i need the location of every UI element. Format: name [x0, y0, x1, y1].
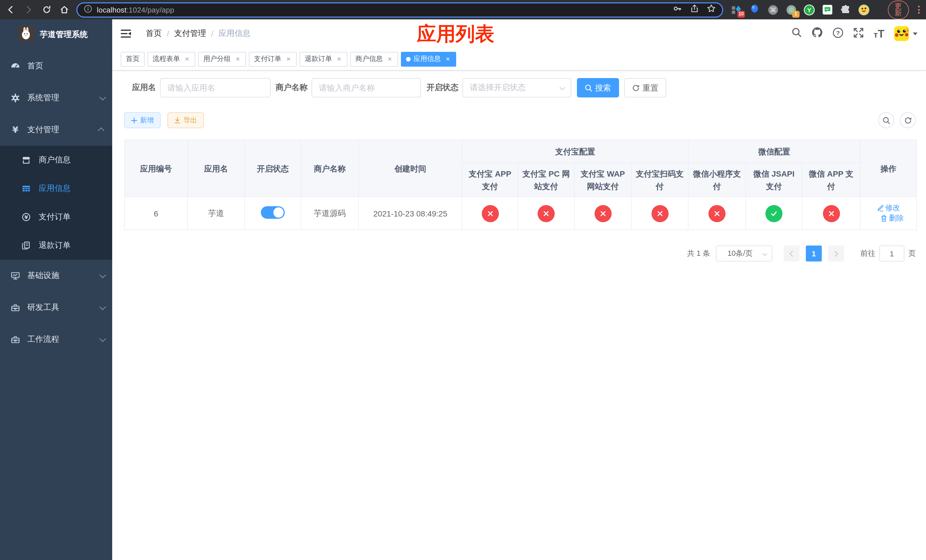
table-toolbar: 新增 导出: [124, 112, 916, 128]
breadcrumb-separator: /: [167, 29, 169, 38]
store-icon: [22, 156, 31, 165]
bookmark-star-icon[interactable]: [707, 4, 716, 15]
github-icon[interactable]: [811, 27, 823, 41]
font-size-icon[interactable]: тT: [874, 28, 884, 39]
sidebar-item-workflow[interactable]: 工作流程: [0, 324, 112, 356]
share-icon[interactable]: [690, 4, 699, 15]
app-logo[interactable]: 芋道管理系统: [0, 20, 112, 50]
edit-link[interactable]: 修改: [877, 203, 900, 213]
user-avatar[interactable]: [894, 26, 917, 41]
status-toggle[interactable]: [261, 206, 285, 219]
search-button[interactable]: 搜索: [577, 78, 619, 97]
close-icon[interactable]: [336, 56, 342, 62]
prev-page-button[interactable]: [784, 245, 800, 262]
url-text[interactable]: localhost:1024/pay/app: [97, 5, 668, 14]
dashboard-icon: [11, 62, 20, 71]
hamburger-icon[interactable]: [121, 29, 131, 38]
menu-label: 基础设施: [27, 271, 59, 281]
chevron-right-icon: [832, 251, 838, 256]
breadcrumb-payment[interactable]: 支付管理: [174, 29, 206, 39]
reset-button[interactable]: 重置: [624, 78, 666, 97]
tab-label: 退款订单: [305, 54, 332, 64]
status-select[interactable]: 请选择开启状态: [462, 78, 571, 97]
sidebar-item-system[interactable]: 系统管理: [0, 82, 112, 114]
extension-puzzle-icon[interactable]: [840, 4, 851, 15]
check-icon: [766, 205, 782, 222]
tab-home[interactable]: 首页: [121, 51, 145, 67]
toolbox-icon: [11, 303, 20, 312]
extension-y-icon[interactable]: Y: [803, 4, 815, 15]
extension-balloon-icon[interactable]: [749, 4, 760, 15]
col-created: 创建时间: [359, 140, 462, 197]
app-table: 应用编号 应用名 开启状态 商户名称 创建时间 支付宝配置 微信配置 操作 支付…: [124, 139, 917, 230]
cell-wechat-jsapi-pay: [746, 197, 802, 230]
chevron-down-icon: [100, 304, 106, 310]
close-icon[interactable]: [183, 56, 190, 62]
toggle-search-button[interactable]: [878, 112, 894, 128]
tab-refund-order[interactable]: 退款订单: [300, 51, 347, 67]
tab-label: 首页: [126, 54, 139, 64]
cell-merchant: 芋道源码: [301, 197, 359, 230]
col-group-wechat: 微信配置: [688, 140, 860, 163]
reload-icon[interactable]: [42, 5, 51, 14]
tab-flow-form[interactable]: 流程表单: [147, 51, 195, 67]
gear-icon: [11, 94, 20, 103]
refresh-table-button[interactable]: [900, 112, 916, 128]
top-navbar: 首页 / 支付管理 / 应用信息 ? тT: [112, 20, 926, 48]
app-name-input[interactable]: [160, 78, 271, 97]
breadcrumb-home[interactable]: 首页: [146, 29, 162, 39]
tab-merchant-info[interactable]: 商户信息: [350, 51, 398, 67]
back-icon[interactable]: [6, 5, 15, 14]
plus-icon: [131, 117, 137, 123]
export-button[interactable]: 导出: [168, 112, 204, 128]
page-size-select[interactable]: 10条/页: [716, 245, 772, 262]
close-icon[interactable]: [234, 56, 241, 62]
close-icon[interactable]: [285, 56, 292, 62]
sidebar-item-dev-tools[interactable]: 研发工具: [0, 292, 112, 324]
tab-user-group[interactable]: 用户分组: [198, 51, 246, 67]
status-label: 开启状态: [427, 83, 458, 93]
extension-chat-icon[interactable]: [822, 4, 833, 15]
sidebar-subitem-pay-order[interactable]: ¥支付订单: [0, 203, 112, 231]
next-page-button[interactable]: [828, 245, 844, 262]
site-info-icon[interactable]: [84, 4, 92, 15]
page-number-1[interactable]: 1: [806, 245, 822, 262]
sidebar-item-payment[interactable]: ¥支付管理: [0, 114, 112, 146]
sidebar-subitem-refund-order[interactable]: 退款订单: [0, 231, 112, 260]
key-icon[interactable]: [673, 4, 682, 15]
fullscreen-icon[interactable]: [853, 27, 864, 40]
tab-pay-order[interactable]: 支付订单: [249, 51, 297, 67]
profile-avatar-emoji[interactable]: [858, 4, 870, 15]
browser-extensions: 10 ⌘ 1 Y: [731, 4, 870, 15]
extension-command-icon[interactable]: ⌘: [767, 4, 779, 15]
cross-icon: [594, 205, 611, 222]
refresh-icon: [632, 84, 640, 91]
add-button[interactable]: 新增: [124, 112, 160, 128]
close-icon[interactable]: [444, 56, 451, 62]
sidebar-item-home[interactable]: 首页: [0, 50, 112, 82]
breadcrumb-separator: /: [211, 29, 213, 38]
sidebar-item-infrastructure[interactable]: 基础设施: [0, 260, 112, 292]
help-icon[interactable]: ?: [832, 27, 843, 40]
chevron-left-icon: [790, 251, 795, 256]
breadcrumb: 首页 / 支付管理 / 应用信息: [146, 29, 251, 39]
chrome-update-button[interactable]: 更新: [888, 0, 909, 19]
search-icon[interactable]: [791, 27, 802, 40]
sidebar-subitem-merchant-info[interactable]: 商户信息: [0, 146, 112, 174]
address-bar[interactable]: localhost:1024/pay/app: [76, 2, 723, 17]
forward-icon[interactable]: [24, 5, 33, 14]
col-wechat-app: 微信 APP 支付: [802, 163, 860, 197]
delete-link[interactable]: 删除: [881, 213, 904, 224]
goto-page-input[interactable]: [879, 245, 904, 262]
tab-app-info[interactable]: 应用信息: [401, 51, 456, 67]
browser-menu-icon[interactable]: [917, 6, 920, 14]
chevron-down-icon: [100, 94, 106, 101]
close-icon[interactable]: [386, 56, 393, 62]
svg-text:⌘: ⌘: [770, 6, 776, 14]
extension-recorder-icon[interactable]: 1: [785, 4, 797, 15]
sidebar-subitem-app-info[interactable]: 应用信息: [0, 174, 112, 203]
home-icon[interactable]: [60, 5, 69, 14]
merchant-name-input[interactable]: [312, 78, 421, 97]
extension-diamond-icon[interactable]: 10: [731, 4, 742, 15]
breadcrumb-current: 应用信息: [219, 29, 251, 39]
